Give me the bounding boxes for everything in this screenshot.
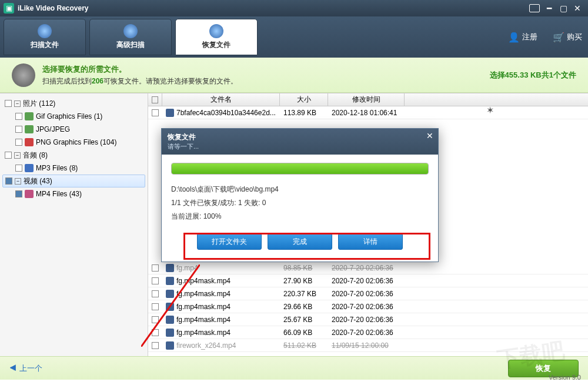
file-size: 27.90 KB — [280, 277, 328, 285]
collapse-icon[interactable]: − — [14, 100, 21, 107]
file-icon — [166, 341, 174, 350]
table-row[interactable]: fg.mp4mask.mp466.09 KB2020-7-20 02:06:36 — [148, 326, 588, 339]
tab-scan[interactable]: 扫描文件 — [4, 19, 86, 55]
minimize-button[interactable]: ━ — [542, 3, 556, 14]
recovery-progress-text: 当前进展: 100% — [171, 210, 429, 223]
tree-photos[interactable]: −照片 (112) — [2, 97, 145, 110]
info-subtext: 扫描完成后找到206可恢复文件。请预览并选择要恢复的文件。 — [42, 76, 238, 86]
dialog-info: D:\tools\桌面\下载吧\video\bg.mp4 1/1 文件已恢复/成… — [171, 183, 429, 223]
tree-mp4[interactable]: MP4 Files (43) — [2, 187, 145, 200]
file-date: 2020-7-20 02:06:36 — [328, 329, 405, 337]
table-row[interactable]: fg.mp4mask.mp4220.37 KB2020-7-20 02:06:3… — [148, 287, 588, 300]
recovery-path: D:\tools\桌面\下载吧\video\bg.mp4 — [171, 183, 429, 196]
tree-mp3[interactable]: MP3 Files (8) — [2, 162, 145, 175]
tree-gif[interactable]: Gif Graphics Files (1) — [2, 110, 145, 123]
file-icon — [166, 316, 174, 324]
collapse-icon[interactable]: − — [14, 152, 21, 159]
table-row[interactable]: fg.mp4mask.mp425.67 KB2020-7-20 02:06:36 — [148, 313, 588, 326]
dialog-close-button[interactable]: ✕ — [426, 131, 433, 140]
file-type-icon — [25, 138, 34, 146]
buy-link[interactable]: 🛒购买 — [553, 32, 582, 43]
recovery-icon — [12, 63, 35, 87]
done-button[interactable]: 完成 — [268, 233, 332, 250]
tree-video[interactable]: −视频 (43) — [2, 175, 145, 187]
file-size: 113.89 KB — [280, 109, 328, 117]
file-type-icon — [25, 112, 34, 120]
register-link[interactable]: 👤注册 — [508, 32, 537, 43]
file-date: 2020-7-20 02:06:36 — [328, 264, 405, 272]
file-icon — [166, 290, 174, 298]
row-checkbox[interactable] — [152, 303, 159, 310]
dialog-title: 恢复文件 — [168, 132, 432, 142]
col-date[interactable]: 修改时间 — [328, 93, 405, 106]
tab-restore[interactable]: 恢复文件 — [175, 19, 258, 55]
select-all-checkbox[interactable] — [152, 96, 158, 103]
tab-advanced-scan[interactable]: 高级扫描 — [89, 19, 172, 55]
file-name: fg.mp4mask.mp4 — [176, 290, 230, 298]
tree-jpg[interactable]: JPG/JPEG — [2, 123, 145, 136]
cart-icon: 🛒 — [553, 32, 564, 43]
file-date: 2020-12-18 01:06:41 — [328, 109, 405, 117]
main-toolbar: 扫描文件 高级扫描 恢复文件 👤注册 🛒购买 — [0, 16, 588, 58]
file-date: 2020-7-20 02:06:36 — [328, 316, 405, 324]
table-row[interactable]: 7bfafec4ca0394b10a3446e2d...113.89 KB202… — [148, 106, 588, 119]
table-row[interactable]: fg.mp498.85 KB2020-7-20 02:06:36 — [148, 262, 588, 274]
close-button[interactable]: ✕ — [570, 3, 584, 14]
dialog-titlebar: 恢复文件 请等一下... ✕ — [162, 129, 438, 155]
row-checkbox[interactable] — [152, 264, 159, 272]
file-icon — [166, 264, 174, 272]
row-checkbox[interactable] — [152, 329, 159, 336]
tab-adv-label: 高级扫描 — [116, 40, 145, 50]
menu-icon[interactable] — [529, 4, 540, 12]
checkbox[interactable] — [5, 177, 12, 185]
checkbox[interactable] — [15, 165, 22, 172]
row-checkbox[interactable] — [152, 342, 159, 349]
open-folder-button[interactable]: 打开文件夹 — [197, 233, 262, 250]
checkbox[interactable] — [15, 190, 22, 197]
tree-audio[interactable]: −音频 (8) — [2, 149, 145, 162]
row-checkbox[interactable] — [152, 109, 159, 116]
tab-restore-label: 恢复文件 — [202, 40, 230, 50]
table-row[interactable]: fg.mp4mask.mp427.90 KB2020-7-20 02:06:36 — [148, 274, 588, 287]
file-name: firework_x264.mp4 — [176, 341, 236, 350]
file-date: 2020-7-20 02:06:36 — [328, 290, 405, 298]
app-logo-icon: ▣ — [4, 3, 14, 14]
file-name: fg.mp4mask.mp4 — [176, 277, 230, 285]
collapse-icon[interactable]: − — [15, 178, 21, 185]
tab-scan-label: 扫描文件 — [31, 40, 59, 50]
file-name: fg.mp4mask.mp4 — [176, 329, 230, 337]
file-size: 98.85 KB — [280, 264, 328, 272]
info-heading: 选择要恢复的所需文件。 — [42, 64, 238, 75]
file-icon — [166, 277, 174, 285]
checkbox[interactable] — [15, 126, 22, 133]
file-date: 2020-7-20 02:06:36 — [328, 303, 405, 311]
checkbox[interactable] — [15, 113, 22, 120]
recovery-dialog: 恢复文件 请等一下... ✕ D:\tools\桌面\下载吧\video\bg.… — [161, 128, 439, 262]
checkbox[interactable] — [15, 139, 22, 146]
file-type-icon — [25, 125, 34, 133]
row-checkbox[interactable] — [152, 290, 159, 297]
table-row[interactable]: fg.mp4mask.mp429.66 KB2020-7-20 02:06:36 — [148, 300, 588, 313]
tree-png[interactable]: PNG Graphics Files (104) — [2, 136, 145, 149]
selection-summary: 选择455.33 KB共1个文件 — [490, 70, 576, 81]
version-label: Version 9.0 — [549, 374, 581, 381]
info-banner: 选择要恢复的所需文件。 扫描完成后找到206可恢复文件。请预览并选择要恢复的文件… — [0, 58, 588, 93]
file-type-icon — [25, 164, 34, 172]
details-button[interactable]: 详情 — [338, 233, 403, 250]
col-size[interactable]: 大小 — [280, 93, 328, 106]
recovery-stats: 1/1 文件已恢复/成功: 1 失败: 0 — [171, 196, 429, 210]
file-type-icon — [25, 190, 34, 198]
col-filename[interactable]: 文件名 — [162, 93, 280, 106]
row-checkbox[interactable] — [152, 316, 159, 323]
maximize-button[interactable]: ▢ — [556, 3, 570, 14]
checkbox[interactable] — [5, 152, 12, 159]
checkbox[interactable] — [5, 100, 12, 107]
file-date: 2020-7-20 02:06:36 — [328, 277, 405, 285]
file-icon — [166, 329, 174, 337]
row-checkbox[interactable] — [152, 277, 159, 284]
file-size: 511.02 KB — [280, 341, 328, 350]
previous-button[interactable]: ⯇上一个 — [9, 363, 42, 374]
magnifier-icon — [38, 24, 52, 38]
loading-spinner-icon: ✶ — [486, 105, 494, 116]
file-icon — [166, 303, 174, 311]
